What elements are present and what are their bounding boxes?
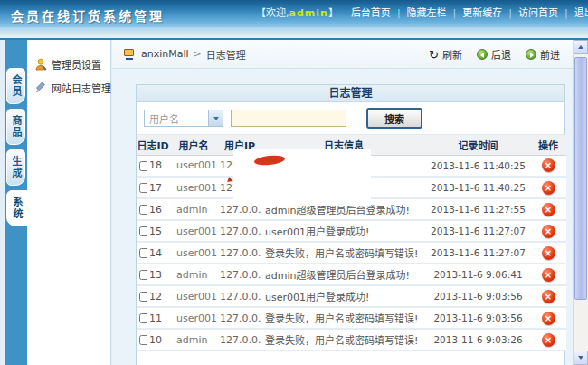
vertical-scrollbar[interactable] xyxy=(573,40,588,365)
nav-link-visit-site[interactable]: 访问首页 xyxy=(518,7,558,19)
nav-link-backend-home[interactable]: 后台首页 xyxy=(351,7,391,19)
sidebar-item-site-log-management[interactable]: 网站日志管理 xyxy=(27,76,110,100)
user-ip-cell: 127.0.0.1 xyxy=(218,307,261,329)
pencil-icon xyxy=(34,82,47,94)
table-row: 15 user001 127.0.0.1 user001用户登录成功! 2013… xyxy=(137,220,566,242)
nav-link-hide-sidebar[interactable]: 隐藏左栏 xyxy=(407,7,447,19)
search-field-selected-value: 用户名 xyxy=(149,111,179,126)
sidebar-item-admin-settings[interactable]: 管理员设置 xyxy=(27,53,110,76)
row-checkbox[interactable] xyxy=(139,205,147,215)
log-id-cell: 17 xyxy=(147,177,169,198)
delete-icon[interactable]: × xyxy=(542,203,555,216)
admin-user-icon xyxy=(34,58,47,71)
breadcrumb: anxinMall > 日志管理 xyxy=(123,47,246,62)
nav-link-logout[interactable]: 退出登录 xyxy=(574,7,588,19)
welcome-text: 【欢迎,admin】 xyxy=(256,7,338,19)
delete-icon[interactable]: × xyxy=(542,158,555,172)
breadcrumb-current-page: 日志管理 xyxy=(206,47,246,62)
breadcrumb-site-link[interactable]: anxinMall xyxy=(141,48,189,60)
refresh-button[interactable]: ↻ 刷新 xyxy=(429,47,462,62)
row-checkbox[interactable] xyxy=(139,270,147,280)
delete-icon[interactable]: × xyxy=(542,312,555,325)
search-field-select[interactable]: 用户名 xyxy=(144,110,223,127)
delete-icon[interactable]: × xyxy=(542,225,555,238)
tab-member[interactable]: 会员 xyxy=(6,68,25,104)
user-ip-cell: 127.0.0.1 xyxy=(218,329,261,351)
user-ip-cell: 127.0.0.1 xyxy=(218,264,261,285)
log-info-cell: 登录失败，用户名或密码填写错误! xyxy=(261,329,426,351)
scrollbar-thumb[interactable] xyxy=(574,57,587,300)
log-info-cell: user001用户登录成功! xyxy=(261,220,426,242)
row-checkbox[interactable] xyxy=(139,183,147,193)
nav-separator: | xyxy=(397,7,401,19)
nav-separator: | xyxy=(508,7,512,19)
topbar-divider xyxy=(0,38,588,40)
delete-icon[interactable]: × xyxy=(542,268,555,282)
col-header-username: 用户名 xyxy=(169,135,218,155)
row-checkbox[interactable] xyxy=(139,335,147,345)
top-nav: 【欢迎,admin】后台首页|隐藏左栏|更新缓存|访问首页|退出登录 xyxy=(256,0,588,27)
row-checkbox[interactable] xyxy=(139,248,147,258)
tab-system[interactable]: 系统 xyxy=(6,190,27,226)
username-cell: admin xyxy=(169,264,218,285)
user-ip-cell: 127.0.0.1 xyxy=(218,242,261,264)
forward-icon xyxy=(526,49,536,60)
record-time-cell: 2013-11-6 9:03:26 xyxy=(426,329,530,351)
search-input[interactable] xyxy=(231,110,346,127)
nav-separator: | xyxy=(564,7,568,19)
record-time-cell: 2013-11-6 11:27:07 xyxy=(426,242,530,264)
record-time-cell: 2013-11-6 11:27:55 xyxy=(426,198,530,220)
redaction-overlay xyxy=(233,149,371,206)
delete-icon[interactable]: × xyxy=(542,181,555,195)
tab-product[interactable]: 商品 xyxy=(6,109,25,145)
log-management-panel: 日志管理 用户名 搜索 日志ID 用户名 用户IP xyxy=(136,84,565,365)
sidebar-item-label: 管理员设置 xyxy=(52,57,101,72)
log-id-cell: 11 xyxy=(147,307,169,329)
module-tab-strip: 会员 商品 生成 系统 xyxy=(5,40,27,365)
scrollbar-down-arrow[interactable] xyxy=(574,351,588,365)
tab-generate[interactable]: 生成 xyxy=(6,149,25,186)
delete-icon[interactable]: × xyxy=(542,333,555,347)
nav-link-refresh-cache[interactable]: 更新缓存 xyxy=(462,7,502,19)
home-icon xyxy=(123,49,136,60)
top-bar: 会员在线订货系统管理 【欢迎,admin】后台首页|隐藏左栏|更新缓存|访问首页… xyxy=(0,0,588,27)
record-time-cell: 2013-11-6 9:03:56 xyxy=(426,285,530,307)
log-id-cell: 10 xyxy=(147,329,169,351)
app-title: 会员在线订货系统管理 xyxy=(11,6,165,24)
panel-title: 日志管理 xyxy=(137,85,564,102)
record-time-cell: 2013-11-6 11:27:07 xyxy=(426,220,530,242)
record-time-cell: 2013-11-6 9:06:41 xyxy=(426,264,530,285)
forward-button[interactable]: 前进 xyxy=(526,47,560,62)
member-ordering-admin-page: 会员在线订货系统管理 【欢迎,admin】后台首页|隐藏左栏|更新缓存|访问首页… xyxy=(0,0,588,365)
breadcrumb-bar: anxinMall > 日志管理 ↻ 刷新 后退 前进 xyxy=(112,40,573,69)
row-checkbox[interactable] xyxy=(139,226,147,236)
username-cell: user001 xyxy=(169,177,218,198)
col-header-operation: 操作 xyxy=(530,135,566,155)
scrollbar-up-arrow[interactable] xyxy=(574,40,588,54)
dropdown-arrow-icon[interactable] xyxy=(208,110,223,126)
record-time-cell: 2013-11-6 11:40:25 xyxy=(426,155,530,177)
log-id-cell: 12 xyxy=(147,285,169,307)
breadcrumb-separator: > xyxy=(194,48,202,60)
delete-icon[interactable]: × xyxy=(542,290,555,303)
user-ip-cell: 127.0.0.1 xyxy=(218,285,261,307)
welcome-username: admin xyxy=(289,7,328,19)
back-button[interactable]: 后退 xyxy=(477,47,511,62)
username-cell: user001 xyxy=(169,285,218,307)
log-info-cell: 登录失败，用户名或密码填写错误! xyxy=(261,307,426,329)
delete-icon[interactable]: × xyxy=(542,246,555,260)
search-button[interactable]: 搜索 xyxy=(366,108,422,129)
search-form: 用户名 搜索 xyxy=(137,102,564,135)
table-row: 13 admin 127.0.0.1 admin超级管理员后台登录成功! 201… xyxy=(137,264,566,285)
log-id-cell: 13 xyxy=(147,264,169,285)
refresh-icon: ↻ xyxy=(429,49,439,61)
row-checkbox[interactable] xyxy=(139,292,147,302)
record-time-cell: 2013-11-6 11:40:25 xyxy=(426,177,530,198)
row-checkbox[interactable] xyxy=(139,161,147,171)
table-row: 11 user001 127.0.0.1 登录失败，用户名或密码填写错误! 20… xyxy=(137,307,566,329)
log-id-cell: 16 xyxy=(147,198,169,220)
table-row: 14 user001 127.0.0.1 登录失败，用户名或密码填写错误! 20… xyxy=(137,242,566,264)
log-id-cell: 14 xyxy=(147,242,169,264)
sidebar-menu: 管理员设置 网站日志管理 xyxy=(27,40,111,365)
row-checkbox[interactable] xyxy=(139,313,147,323)
